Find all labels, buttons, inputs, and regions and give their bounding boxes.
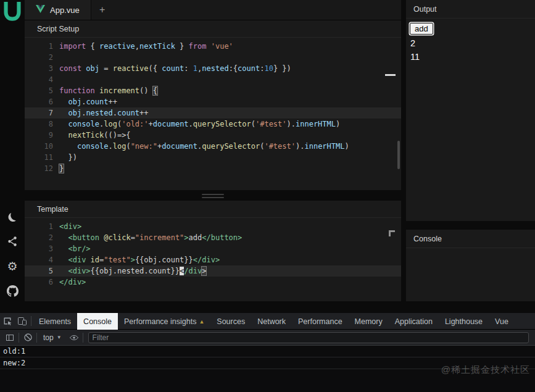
template-panel-title: Template	[37, 205, 68, 214]
share-icon[interactable]	[0, 234, 25, 249]
devtools-tab-network[interactable]: Network	[251, 313, 292, 330]
preview-count-value: 2	[410, 38, 533, 48]
code-line[interactable]: 9 nextTick(()=>{	[25, 130, 401, 141]
code-line[interactable]: 1import { reactive,nextTick } from 'vue'	[25, 41, 401, 52]
devtools-tab-console[interactable]: Console	[77, 313, 118, 330]
gear-icon[interactable]: ⚙	[0, 259, 25, 273]
tab-label: Sources	[217, 317, 245, 326]
preview-nested-count-value: 11	[410, 52, 533, 62]
script-code-editor[interactable]: 1import { reactive,nextTick } from 'vue'…	[25, 38, 401, 174]
toolbar-separator	[31, 316, 31, 326]
code-line[interactable]: 11 })	[25, 152, 401, 163]
javascript-context-selector[interactable]: top ▼	[38, 333, 67, 342]
devtools-tabs: ElementsConsolePerformance insights▲Sour…	[33, 313, 515, 329]
corner-bracket-icon	[389, 230, 395, 236]
tab-label: Console	[83, 317, 112, 326]
inspect-element-icon[interactable]	[0, 313, 15, 329]
line-number: 3	[25, 63, 53, 74]
console-toolbar: top ▼	[0, 330, 535, 346]
line-number: 12	[25, 163, 53, 174]
toolbar-separator	[36, 333, 37, 343]
template-code-editor[interactable]: 1<div>2 <button @click="increment">add</…	[25, 218, 401, 288]
code-line[interactable]: 3 <br/>	[25, 243, 401, 254]
devtools-tab-elements[interactable]: Elements	[33, 313, 77, 330]
tab-app-vue[interactable]: App.vue	[25, 0, 91, 20]
add-file-button[interactable]: +	[91, 0, 114, 20]
pane-resize-handle[interactable]	[25, 190, 401, 201]
tab-label: Memory	[355, 317, 383, 326]
devtools-tab-performance-insights[interactable]: Performance insights▲	[118, 313, 210, 330]
line-number: 1	[25, 41, 53, 52]
template-editor-panel: Template 1<div>2 <button @click="increme…	[25, 201, 401, 301]
line-number: 1	[25, 221, 53, 232]
code-line[interactable]: 5 <div>{{obj.nested.count}}</div>	[25, 265, 401, 277]
tab-label: Vue	[495, 317, 508, 326]
app-logo-icon[interactable]	[1, 1, 24, 24]
devtools-tab-vue[interactable]: Vue	[489, 313, 515, 330]
devtools: ElementsConsolePerformance insights▲Sour…	[0, 313, 535, 392]
line-number: 5	[25, 85, 53, 96]
line-number: 6	[25, 277, 53, 288]
code-line[interactable]: 8 console.log('old:'+document.querySelec…	[25, 119, 401, 130]
output-panel: Output add 2 11	[406, 0, 535, 221]
scroll-marker	[385, 74, 396, 76]
preview-add-button[interactable]: add	[410, 23, 433, 35]
playground-console-panel: Console	[406, 230, 535, 301]
moon-icon[interactable]	[0, 210, 25, 225]
code-line[interactable]: 3const obj = reactive({ count: 1,nested:…	[25, 63, 401, 74]
console-panel-header: Console	[406, 230, 535, 248]
live-expression-eye-icon[interactable]	[67, 330, 81, 346]
line-number: 7	[25, 107, 53, 119]
tab-label: Performance insights	[124, 317, 196, 326]
file-tab-label: App.vue	[50, 6, 80, 15]
dropdown-caret-icon: ▼	[57, 335, 62, 340]
console-log-entry[interactable]: old:1	[0, 346, 535, 357]
tab-label: Elements	[39, 317, 71, 326]
context-label: top	[43, 333, 54, 342]
output-panel-header: Output	[406, 0, 535, 19]
screen: ⚙ App.vue + Script Setup 1import { react…	[0, 0, 535, 392]
line-number: 11	[25, 152, 53, 163]
watermark: @稀土掘金技术社区	[441, 364, 530, 376]
devtools-tabbar: ElementsConsolePerformance insights▲Sour…	[0, 313, 535, 330]
line-number: 4	[25, 74, 53, 85]
file-tabbar: App.vue +	[25, 0, 401, 20]
template-panel-header: Template	[25, 201, 401, 218]
code-line[interactable]: 2 <button @click="increment">add</button…	[25, 232, 401, 243]
code-line[interactable]: 10 console.log("new:"+document.querySele…	[25, 141, 401, 152]
tab-label: Network	[257, 317, 286, 326]
line-number: 10	[25, 141, 53, 152]
devtools-tab-application[interactable]: Application	[389, 313, 439, 330]
code-line[interactable]: 12}	[25, 163, 401, 174]
app-sidebar: ⚙	[0, 0, 25, 313]
device-toolbar-icon[interactable]	[15, 313, 30, 329]
line-number: 2	[25, 232, 53, 243]
toolbar-separator	[83, 333, 83, 343]
line-number: 9	[25, 130, 53, 141]
tab-label: Application	[395, 317, 433, 326]
code-line[interactable]: 2	[25, 52, 401, 63]
output-panel-title: Output	[413, 5, 437, 14]
code-line[interactable]: 4 <div id="test">{{obj.count}}</div>	[25, 254, 401, 265]
console-filter-input[interactable]	[88, 332, 529, 343]
devtools-tab-memory[interactable]: Memory	[349, 313, 389, 330]
devtools-tab-lighthouse[interactable]: Lighthouse	[439, 313, 489, 330]
code-line[interactable]: 7 obj.nested.count++	[25, 107, 401, 119]
clear-console-icon[interactable]	[20, 330, 35, 346]
console-sidebar-icon[interactable]	[2, 330, 17, 346]
github-icon[interactable]	[0, 283, 25, 298]
vertical-scrollbar[interactable]	[397, 141, 400, 169]
tab-label: Performance	[298, 317, 342, 326]
script-panel-header: Script Setup	[25, 20, 401, 38]
console-panel-title: Console	[413, 235, 442, 243]
code-line[interactable]: 1<div>	[25, 221, 401, 232]
code-line[interactable]: 4	[25, 74, 401, 85]
devtools-tab-sources[interactable]: Sources	[210, 313, 251, 330]
line-number: 5	[25, 265, 53, 277]
code-line[interactable]: 6 obj.count++	[25, 96, 401, 107]
vue-logo-icon	[36, 5, 45, 15]
script-panel-title: Script Setup	[37, 25, 79, 33]
code-line[interactable]: 6</div>	[25, 277, 401, 288]
devtools-tab-performance[interactable]: Performance	[292, 313, 349, 330]
code-line[interactable]: 5function increment() {	[25, 85, 401, 96]
